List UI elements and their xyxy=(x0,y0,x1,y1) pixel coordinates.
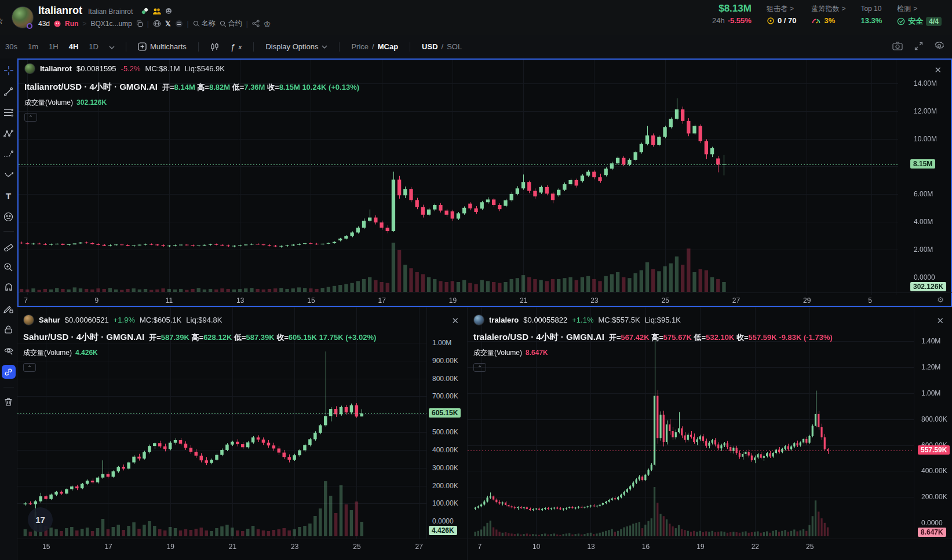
token-liquidity: Liq:$95.1K xyxy=(645,316,681,324)
symbol-title: Italianrot/USD · 4小时 · GMGN.AI xyxy=(24,82,158,91)
token-liquidity: Liq:$94.8K xyxy=(186,316,222,324)
y-zero-label: 0.0000 xyxy=(432,517,454,525)
search-by-contract-button[interactable]: 合约 xyxy=(220,19,242,28)
gauge-icon xyxy=(811,17,821,24)
timeframe-dropdown-icon[interactable] xyxy=(104,42,120,51)
fib-retracement-tool[interactable] xyxy=(2,106,16,119)
stat-bluechip[interactable]: 蓝筹指数> 3% xyxy=(811,3,845,27)
timeframe-1m[interactable]: 1m xyxy=(23,42,43,51)
price-axis[interactable]: 1.40M1.20M1.00M800.00K600.00K400.00K200.… xyxy=(914,308,952,539)
y-zero-label: 0.0000 xyxy=(921,519,943,527)
x-tick-label: 9 xyxy=(95,297,99,305)
token-name: Italianrot xyxy=(40,64,72,73)
twitter-x-icon[interactable]: 𝕏 xyxy=(165,20,171,28)
y-tick-label: 200.00K xyxy=(921,493,947,501)
sync-drawings-tool[interactable] xyxy=(2,365,16,379)
stat-mcap: $8.13M 24h-5.55% xyxy=(712,3,752,27)
y-tick-label: 400.00K xyxy=(432,446,458,454)
drawing-lock-tool[interactable] xyxy=(2,302,16,315)
timeframe-4h[interactable]: 4H xyxy=(64,42,84,51)
hide-all-tool[interactable] xyxy=(2,344,16,357)
date-axis[interactable]: 7101316192225 xyxy=(468,539,952,560)
date-axis[interactable]: 15171921232527 xyxy=(17,539,467,560)
audit-score-badge: 4/4 xyxy=(926,17,942,26)
chart-style-button[interactable] xyxy=(205,42,225,52)
close-chart-button[interactable]: ✕ xyxy=(934,65,942,75)
x-tick-label: 23 xyxy=(291,543,298,551)
emoji-tool[interactable] xyxy=(2,210,16,223)
measure-ruler-tool[interactable] xyxy=(2,240,16,252)
share-icon[interactable] xyxy=(252,20,260,27)
chart-panel-sahur: 1.00M900.00K800.00K700.00K500.00K400.00K… xyxy=(17,307,467,560)
collapse-legend-button[interactable]: ⌃ xyxy=(473,363,486,372)
y-tick-label: 12.00M xyxy=(914,107,937,115)
x-tick-label: 23 xyxy=(590,297,598,305)
ohlc-readout: 开=567.42K 高=575.67K 低=532.10K 收=557.59K … xyxy=(609,333,833,342)
timeframe-1h[interactable]: 1H xyxy=(43,42,64,51)
screenshot-camera-icon[interactable] xyxy=(892,42,903,52)
price-mcap-toggle[interactable]: Price/MCap xyxy=(345,42,404,51)
copy-address-icon[interactable] xyxy=(136,20,143,27)
search-by-name-button[interactable]: 名称 xyxy=(193,19,216,28)
multicharts-button[interactable]: Multicharts xyxy=(132,42,192,51)
y-tick-label: 2.00M xyxy=(914,246,933,254)
platform-label[interactable]: Run xyxy=(65,20,78,28)
x-tick-label: 25 xyxy=(806,543,814,551)
crosshair-tool[interactable] xyxy=(2,64,16,77)
close-chart-button[interactable]: ✕ xyxy=(451,316,459,326)
chart-settings-gear-icon[interactable] xyxy=(935,41,944,52)
collapse-legend-button[interactable]: ⌃ xyxy=(23,363,36,372)
brush-tool[interactable] xyxy=(2,169,16,181)
close-chart-button[interactable]: ✕ xyxy=(936,316,944,326)
indicators-button[interactable]: ƒx xyxy=(225,42,248,52)
stat-sniper[interactable]: 狙击者> 0 / 70 xyxy=(767,3,797,27)
volume-label: 成交量(Volume) xyxy=(24,98,73,107)
text-tool[interactable]: T xyxy=(2,189,16,202)
lock-all-tool[interactable] xyxy=(2,323,16,336)
token-avatar xyxy=(473,314,484,325)
website-icon[interactable] xyxy=(153,20,161,28)
trend-line-tool[interactable] xyxy=(2,85,16,98)
timeframe-30s[interactable]: 30s xyxy=(0,42,23,51)
volume-value: 302.126K xyxy=(76,98,107,107)
token-price: $0.0081595 xyxy=(76,64,116,73)
zoom-in-tool[interactable] xyxy=(2,261,16,273)
collapse-legend-button[interactable]: ⌃ xyxy=(24,113,37,122)
x-tick-label: 19 xyxy=(696,543,704,551)
fullscreen-expand-icon[interactable] xyxy=(914,42,923,52)
axis-settings-gear-icon[interactable]: ⚙ xyxy=(937,295,944,304)
x-tick-label: 15 xyxy=(307,297,315,305)
volume-value: 4.426K xyxy=(75,349,98,357)
x-tick-label: 25 xyxy=(662,297,669,305)
token-change: +1.1% xyxy=(572,316,593,324)
price-axis[interactable]: 1.00M900.00K800.00K700.00K500.00K400.00K… xyxy=(426,308,467,539)
y-tick-label: 400.00K xyxy=(921,467,947,475)
stat-audit[interactable]: 检测> 安全4/4 xyxy=(897,3,942,27)
y-tick-label: 100.00K xyxy=(432,499,458,507)
solscan-icon[interactable] xyxy=(175,20,183,28)
remove-drawings-tool[interactable] xyxy=(2,396,16,408)
x-tick-label: 16 xyxy=(642,543,650,551)
usd-sol-toggle[interactable]: USD/SOL xyxy=(416,42,468,51)
tradingview-logo[interactable]: 17 xyxy=(28,507,53,532)
xabcd-pattern-tool[interactable] xyxy=(2,127,16,140)
change-24h: -5.55% xyxy=(728,16,752,25)
magnet-tool[interactable] xyxy=(2,281,16,294)
sniper-target-icon xyxy=(767,17,775,25)
y-tick-label: 900.00K xyxy=(432,357,458,365)
chevron-right-icon: > xyxy=(82,20,86,28)
forecast-tool[interactable] xyxy=(2,148,16,160)
current-volume-tag: 4.426K xyxy=(429,526,457,535)
token-header: ☆ Italianrot Italian Brainrot 43d Run > … xyxy=(0,0,952,35)
stat-top10[interactable]: Top 10 13.3% xyxy=(860,3,882,27)
crown-icon[interactable]: ♔ xyxy=(264,19,271,28)
ohlc-readout: 开=8.14M 高=8.82M 低=7.36M 收=8.15M 10.24K (… xyxy=(162,83,359,91)
gmgn-multichart-app: ☆ Italianrot Italian Brainrot 43d Run > … xyxy=(0,0,952,560)
display-options-button[interactable]: Display Options xyxy=(260,42,333,51)
chart-toolbar: 30s 1m 1H 4H 1D Multicharts ƒx Display O… xyxy=(0,35,952,58)
watchlist-star-icon[interactable]: ☆ xyxy=(0,15,3,26)
contract-address[interactable]: BQX1c...ump xyxy=(90,20,132,28)
price-axis[interactable]: 14.00M12.00M10.00M6.00M4.00M2.00M0.00008… xyxy=(896,60,951,295)
date-axis[interactable]: 79111315171921232527295 xyxy=(19,292,952,306)
timeframe-1d[interactable]: 1D xyxy=(83,42,104,51)
